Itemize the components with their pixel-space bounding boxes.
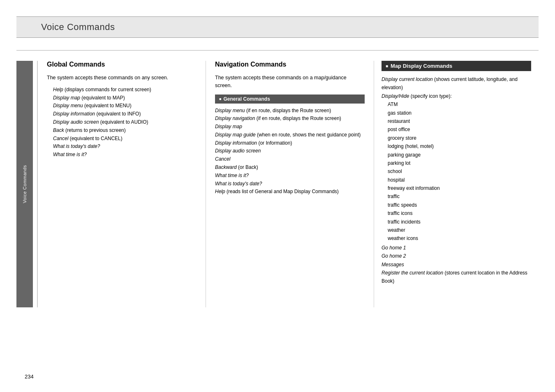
list-item: Display audio screen	[215, 147, 365, 155]
list-item: Display audio screen (equivalent to AUDI…	[47, 118, 197, 127]
list-item: What is today's date?	[47, 143, 197, 151]
navigation-commands-intro: The system accepts these commands on a m…	[215, 74, 365, 90]
list-item: gas station	[382, 109, 531, 117]
list-item: traffic speeds	[382, 201, 531, 209]
list-item: Display information (equivalent to INFO)	[47, 110, 197, 118]
list-item: Go home 2	[382, 252, 531, 260]
title-banner: Voice Commands	[16, 16, 539, 38]
page-number: 234	[25, 374, 34, 380]
list-item: What is today's date?	[215, 180, 365, 188]
list-item: traffic	[382, 192, 531, 201]
list-item: Help (displays commands for current scre…	[47, 86, 197, 94]
list-item: Display navigation (if en route, display…	[215, 115, 365, 123]
list-item: traffic incidents	[382, 218, 531, 226]
list-item: traffic icons	[382, 209, 531, 217]
list-item: parking lot	[382, 159, 531, 167]
list-item: lodging (hotel, motel)	[382, 142, 531, 150]
list-item: What time is it?	[47, 151, 197, 159]
general-commands-list: Display menu (if en route, displays the …	[215, 107, 365, 196]
list-item: weather	[382, 226, 531, 234]
sidebar: Voice Commands	[16, 61, 33, 307]
global-commands-column: Global Commands The system accepts these…	[37, 61, 206, 307]
list-item: Cancel	[215, 155, 365, 164]
list-item: Display current location (shows current …	[382, 76, 518, 90]
list-item: Messages	[382, 261, 531, 269]
global-commands-heading: Global Commands	[47, 61, 197, 70]
general-commands-subheading: General Commands	[215, 95, 365, 104]
list-item: Display menu (if en route, displays the …	[215, 107, 365, 115]
list-item: weather icons	[382, 234, 531, 242]
list-item: Display map (equivalent to MAP)	[47, 94, 197, 102]
list-item: Register the current location (stores cu…	[382, 269, 531, 286]
list-item: What time is it?	[215, 172, 365, 180]
list-item: Display map	[215, 123, 365, 131]
navigation-commands-column: Navigation Commands The system accepts t…	[206, 61, 374, 307]
list-item: Display information (or Information)	[215, 139, 365, 148]
map-display-commands-column: Map Display Commands Display current loc…	[374, 61, 539, 307]
list-item: hospital	[382, 176, 531, 184]
list-item: Cancel (equivalent to CANCEL)	[47, 135, 197, 143]
list-item: Help (reads list of General and Map Disp…	[215, 188, 365, 196]
list-item: Back (returns to previous screen)	[47, 127, 197, 135]
list-item: restaurant	[382, 117, 531, 125]
list-item: Display map guide (when en route, shows …	[215, 131, 365, 139]
global-commands-intro: The system accepts these commands on any…	[47, 74, 197, 82]
map-display-commands-heading: Map Display Commands	[382, 61, 531, 71]
list-item: post office	[382, 125, 531, 134]
list-item: ATM	[382, 100, 531, 108]
list-item: Display/Hide (specify icon type):	[382, 93, 452, 99]
global-commands-list: Help (displays commands for current scre…	[47, 86, 197, 159]
list-item: parking garage	[382, 151, 531, 159]
list-item: Go home 1	[382, 244, 531, 252]
navigation-commands-heading: Navigation Commands	[215, 61, 365, 70]
page-title: Voice Commands	[41, 22, 514, 32]
list-item: freeway exit information	[382, 184, 531, 192]
list-item: Display menu (equivalent to MENU)	[47, 102, 197, 110]
list-item: Backward (or Back)	[215, 164, 365, 172]
map-display-commands-list: Display current location (shows current …	[382, 75, 531, 286]
list-item: grocery store	[382, 134, 531, 142]
sidebar-label: Voice Commands	[22, 165, 27, 203]
list-item: school	[382, 167, 531, 175]
